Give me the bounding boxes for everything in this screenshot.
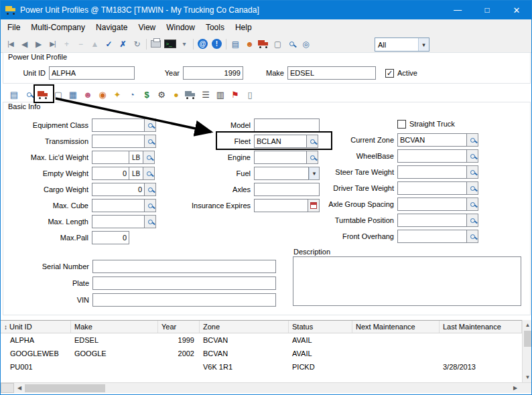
axle-group-spacing-lookup-button[interactable]: [467, 198, 478, 211]
grid-header-make[interactable]: Make: [71, 321, 158, 333]
gray-truck-button[interactable]: [184, 87, 198, 102]
transmission-field[interactable]: [92, 135, 145, 148]
menu-multi-company[interactable]: Multi-Company: [25, 21, 90, 34]
edit-record-button[interactable]: ▲: [88, 37, 102, 52]
report-button[interactable]: ▥: [214, 87, 227, 102]
wheelbase-lookup-button[interactable]: [467, 149, 478, 163]
grid-header-zone[interactable]: Zone: [200, 321, 289, 333]
truck-toolbar-button[interactable]: [257, 37, 271, 52]
equipment-class-field[interactable]: [92, 118, 145, 132]
list-button[interactable]: ☰: [199, 87, 212, 102]
filter-combo[interactable]: All ▾: [375, 37, 429, 52]
empty-weight-field[interactable]: [92, 167, 129, 180]
grid-header-status[interactable]: Status: [289, 321, 352, 333]
max-licd-weight-field[interactable]: [92, 151, 129, 164]
transmission-lookup-button[interactable]: [145, 135, 156, 148]
horizontal-scrollbar[interactable]: ◀ ▶: [1, 382, 532, 393]
horizontal-scroll-track[interactable]: [105, 383, 510, 393]
nav-first-button[interactable]: |◀: [3, 37, 17, 52]
driver-tare-weight-field[interactable]: [397, 181, 467, 195]
wheelbase-field[interactable]: [397, 149, 467, 163]
active-checkbox[interactable]: ✓: [385, 69, 394, 78]
form-button[interactable]: ▤: [228, 37, 243, 52]
globe-button[interactable]: ◎: [299, 37, 313, 52]
delete-record-button[interactable]: −: [74, 37, 88, 52]
vertical-scroll-thumb[interactable]: [524, 331, 532, 347]
max-length-field[interactable]: [92, 215, 145, 228]
people-button[interactable]: ☻: [81, 87, 94, 102]
terminal-dropdown-button[interactable]: ▾: [177, 37, 191, 52]
menu-tools[interactable]: Tools: [200, 21, 230, 34]
clock-button[interactable]: ◔: [125, 87, 139, 102]
maximize-button[interactable]: □: [472, 1, 502, 19]
max-cube-field[interactable]: [92, 199, 145, 212]
max-pall-field[interactable]: [92, 231, 129, 244]
terminal-button[interactable]: >_: [163, 37, 177, 52]
turntable-position-lookup-button[interactable]: [467, 214, 478, 227]
monitor-button[interactable]: ▤: [7, 87, 21, 102]
max-length-lookup-button[interactable]: [145, 215, 156, 228]
grid-header-last-maintenance[interactable]: Last Maintenance: [440, 321, 522, 333]
target-button[interactable]: ◉: [96, 87, 109, 102]
straight-truck-checkbox[interactable]: [397, 120, 406, 129]
gear-button[interactable]: ⚙: [155, 87, 168, 102]
print-button[interactable]: [149, 37, 163, 52]
post-button[interactable]: ✓: [102, 37, 116, 52]
filter-dropdown-button[interactable]: ▾: [418, 38, 429, 51]
minimize-button[interactable]: —: [443, 1, 472, 19]
steer-tare-weight-field[interactable]: [397, 165, 467, 179]
current-zone-lookup-button[interactable]: [467, 133, 478, 147]
cargo-weight-field[interactable]: [92, 183, 145, 196]
description-textarea[interactable]: [293, 256, 521, 306]
turntable-position-field[interactable]: [397, 214, 467, 227]
refresh-button[interactable]: ↻: [130, 37, 144, 52]
card-button[interactable]: ▢: [271, 37, 285, 52]
grid-header-next-maintenance[interactable]: Next Maintenance: [352, 321, 440, 333]
grid-splitter-button[interactable]: [1, 383, 14, 393]
plate-field[interactable]: [92, 276, 276, 290]
front-overhang-lookup-button[interactable]: [467, 230, 478, 243]
steer-tare-weight-lookup-button[interactable]: [467, 165, 478, 179]
equipment-class-lookup-button[interactable]: [145, 118, 156, 132]
make-field[interactable]: [287, 66, 376, 80]
search-button[interactable]: [285, 37, 299, 52]
user-button[interactable]: ☻: [243, 37, 257, 52]
scroll-left-button[interactable]: ◀: [14, 383, 25, 393]
menu-navigate[interactable]: Navigate: [90, 21, 133, 34]
flag-button[interactable]: ⚑: [228, 87, 242, 102]
menu-view[interactable]: View: [133, 21, 161, 34]
front-overhang-field[interactable]: [397, 230, 467, 243]
menu-window[interactable]: Window: [161, 21, 200, 34]
nav-next-button[interactable]: ▶: [31, 37, 46, 52]
vertical-scrollbar[interactable]: ▲ ▼: [522, 320, 532, 382]
menu-file[interactable]: File: [2, 21, 25, 34]
doc-button[interactable]: ▯: [243, 87, 257, 102]
key-button[interactable]: ✦: [111, 87, 124, 102]
scroll-right-button[interactable]: ▶: [510, 383, 521, 393]
year-field[interactable]: [183, 66, 243, 80]
unit-id-field[interactable]: [49, 66, 135, 80]
close-button[interactable]: ✕: [502, 1, 531, 19]
grid-button[interactable]: ▦: [66, 87, 80, 102]
coin-button[interactable]: ●: [170, 87, 183, 102]
scroll-down-button[interactable]: ▼: [523, 372, 532, 382]
menu-help[interactable]: Help: [230, 21, 257, 34]
vin-field[interactable]: [92, 293, 276, 307]
empty-weight-lookup-button[interactable]: [143, 167, 155, 180]
card-button-2[interactable]: ▢: [52, 87, 65, 102]
grid-header-unit-id[interactable]: ↕Unit ID: [1, 321, 71, 333]
horizontal-scroll-thumb[interactable]: [25, 384, 105, 392]
info-button[interactable]: !: [210, 37, 224, 52]
cargo-weight-lookup-button[interactable]: [145, 183, 156, 196]
max-licd-weight-lookup-button[interactable]: [143, 151, 155, 164]
max-cube-lookup-button[interactable]: [145, 199, 156, 212]
current-zone-field[interactable]: [397, 133, 467, 147]
driver-tare-weight-lookup-button[interactable]: [467, 181, 478, 195]
add-record-button[interactable]: +: [60, 37, 74, 52]
scroll-up-button[interactable]: ▲: [523, 320, 532, 330]
web-button[interactable]: @: [196, 37, 210, 52]
axle-group-spacing-field[interactable]: [397, 198, 467, 211]
money-button[interactable]: $: [140, 87, 153, 102]
fleet-assign-button[interactable]: [37, 87, 50, 102]
grid-header-year[interactable]: Year: [158, 321, 200, 333]
